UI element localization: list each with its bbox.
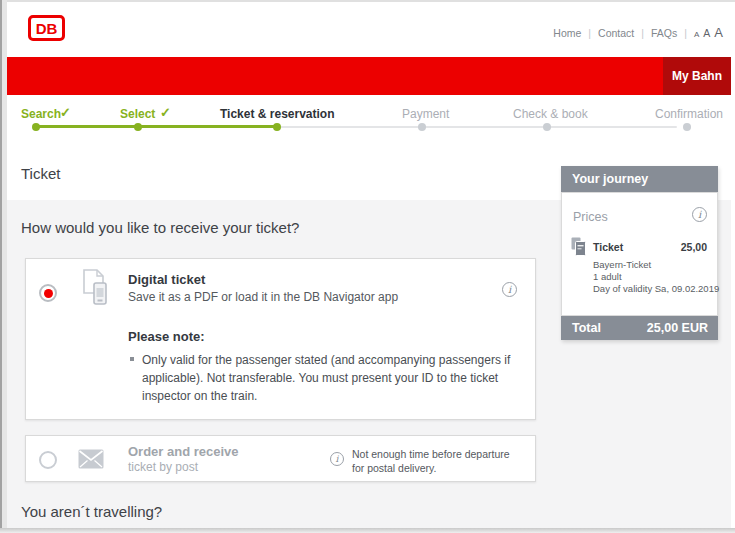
font-size-large-button[interactable]: A — [714, 25, 723, 40]
prices-label: Prices — [573, 210, 608, 224]
journey-total-bar: Total 25,00 EUR — [561, 316, 718, 340]
window-bottom-shadow — [0, 528, 735, 533]
journey-panel: Your journey Prices i Ticket 25,00 Bayer… — [561, 166, 718, 340]
step-ticket-reservation: Ticket & reservation — [220, 107, 335, 121]
digital-ticket-title[interactable]: Digital ticket — [128, 272, 205, 287]
progress-dot-ticket — [273, 123, 281, 131]
step-confirmation: Confirmation — [655, 107, 723, 121]
delivery-question: How would you like to receive your ticke… — [21, 219, 299, 236]
page-title: Ticket — [21, 165, 60, 182]
check-icon: ✓ — [160, 105, 171, 120]
progress-dot-search — [32, 123, 40, 131]
postal-info-icon[interactable]: i — [330, 452, 344, 466]
step-check-book: Check & book — [513, 107, 588, 121]
progress-line-done — [36, 125, 278, 128]
nav-separator: | — [588, 27, 591, 39]
journey-item-price: 25,00 — [681, 241, 707, 253]
radio-dot — [44, 289, 53, 298]
note-item: Only valid for the passenger stated (and… — [128, 351, 530, 405]
window-edge-top — [7, 0, 735, 2]
top-nav: Home | Contact | FAQs | A A A — [553, 25, 723, 40]
tickets-icon — [571, 237, 586, 260]
digital-ticket-radio[interactable] — [39, 284, 57, 302]
font-size-small-button[interactable]: A — [694, 30, 699, 39]
total-value: 25,00 EUR — [647, 316, 708, 340]
nav-faqs[interactable]: FAQs — [651, 27, 677, 39]
prices-info-icon[interactable]: i — [692, 207, 707, 222]
journey-item-label: Ticket — [593, 241, 623, 253]
postal-ticket-subtitle: ticket by post — [128, 460, 198, 474]
journey-panel-body: Prices i Ticket 25,00 Bayern-Ticket 1 ad… — [561, 192, 718, 316]
postal-ticket-title: Order and receive — [128, 444, 239, 459]
note-text: Only valid for the passenger stated (and… — [142, 351, 530, 405]
nav-home[interactable]: Home — [553, 27, 581, 39]
journey-item-detail: Day of validity Sa, 09.02.2019 — [593, 283, 719, 294]
nav-contact[interactable]: Contact — [598, 27, 634, 39]
digital-ticket-info-icon[interactable]: i — [502, 282, 517, 297]
progress-dot-confirmation — [683, 123, 691, 131]
journey-item-detail: Bayern-Ticket — [593, 259, 651, 270]
step-payment: Payment — [402, 107, 449, 121]
progress-dot-select — [134, 123, 142, 131]
digital-ticket-subtitle: Save it as a PDF or load it in the DB Na… — [128, 290, 398, 304]
journey-item-detail: 1 adult — [593, 271, 622, 282]
nav-separator: | — [641, 27, 644, 39]
progress-dot-check-book — [543, 123, 551, 131]
bullet-icon — [130, 357, 134, 361]
step-select[interactable]: Select — [120, 107, 155, 121]
note-title: Please note: — [128, 329, 205, 344]
postal-ticket-card: Order and receive ticket by post i Not e… — [25, 435, 536, 482]
postal-ticket-radio — [39, 451, 57, 469]
nav-separator: | — [684, 27, 687, 39]
step-search[interactable]: Search — [21, 107, 61, 121]
not-travelling-heading: You aren´t travelling? — [21, 503, 162, 520]
progress-dot-payment — [418, 123, 426, 131]
brand-bar — [7, 57, 731, 95]
digital-ticket-card: Digital ticket Save it as a PDF or load … — [25, 258, 536, 420]
postal-info-text: Not enough time before departure for pos… — [352, 448, 517, 475]
journey-panel-title: Your journey — [561, 166, 718, 192]
digital-ticket-icon — [83, 269, 107, 309]
db-logo[interactable]: DB — [28, 15, 65, 41]
total-label: Total — [572, 316, 601, 340]
envelope-icon — [78, 449, 104, 473]
font-size-medium-button[interactable]: A — [703, 27, 710, 39]
my-bahn-button[interactable]: My Bahn — [663, 57, 731, 95]
font-size-controls: A A A — [694, 25, 723, 40]
check-icon: ✓ — [60, 105, 71, 120]
